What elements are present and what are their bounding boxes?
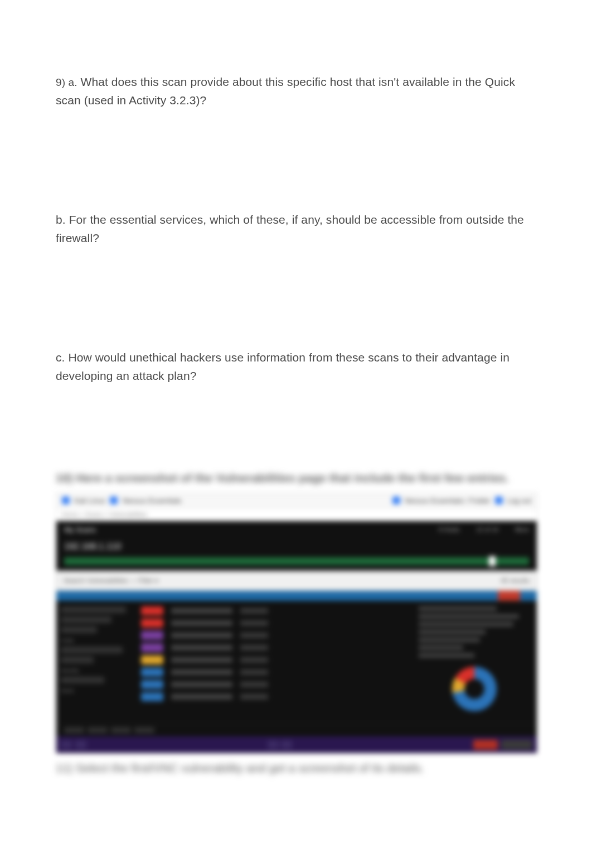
tab-meta-count: 12 of 14	[476, 526, 498, 533]
question-9a-text: What does this scan provide about this s…	[56, 75, 515, 107]
question-9c: c. How would unethical hackers use infor…	[56, 349, 536, 385]
progress-handle[interactable]	[489, 556, 496, 566]
question-9a-number: 9) a.	[56, 76, 77, 88]
user-icon	[495, 496, 503, 504]
severity-badge-info	[141, 680, 163, 689]
host-details-heading	[419, 606, 497, 611]
taskbar-clock	[501, 740, 532, 750]
scan-progress-bar	[64, 557, 529, 565]
answer-space-9b	[56, 259, 536, 337]
taskbar-button[interactable]	[75, 740, 86, 749]
host-header: 192.168.1.110	[56, 538, 537, 555]
scan-progress-row	[56, 555, 537, 571]
vulnerability-table	[138, 601, 412, 724]
answer-space-9c	[56, 397, 536, 469]
severity-badge-critical	[141, 606, 163, 615]
answer-space-9a	[56, 121, 536, 199]
vulnerability-screenshot: Kali Linux Nessus Essentials Nessus Esse…	[56, 493, 537, 754]
tab-meta-hosts: 6 Hosts	[439, 526, 459, 533]
side-histogram: Hosts Severity Score	[56, 601, 138, 724]
severity-donut-chart	[452, 667, 497, 711]
logout-link[interactable]: Log out	[507, 496, 531, 505]
severity-badge-info	[141, 668, 163, 677]
tab-meta-more[interactable]: More	[515, 526, 529, 533]
footer-strip	[56, 724, 537, 736]
severity-badge-high	[141, 643, 163, 652]
severity-badge-info	[141, 692, 163, 701]
severity-badge-critical	[141, 619, 163, 628]
taskbar-button[interactable]	[61, 740, 72, 749]
question-9b: b. For the essential services, which of …	[56, 211, 536, 247]
severity-critical-segment	[498, 591, 520, 601]
blurred-caption-11: 11) Select the first/VNC vulnerability a…	[56, 761, 536, 775]
filter-input[interactable]: Search Vulnerabilities — Filter ▾	[64, 577, 158, 585]
table-row[interactable]	[141, 668, 409, 677]
scan-tabbar: My Scans 6 Hosts 12 of 14 More	[56, 521, 537, 538]
severity-badge-high	[141, 631, 163, 640]
question-9a: 9) a. What does this scan provide about …	[56, 73, 536, 109]
table-row[interactable]	[141, 631, 409, 640]
table-row[interactable]	[141, 680, 409, 689]
filter-bar: Search Vulnerabilities — Filter ▾ 45 res…	[56, 571, 537, 591]
taskbar-button[interactable]	[281, 740, 292, 749]
severity-summary-bar	[56, 591, 537, 601]
app-icon	[62, 496, 70, 504]
app-name-left: Kali Linux	[74, 496, 105, 505]
brand-icon	[392, 496, 400, 504]
tab-my-scans[interactable]: My Scans	[64, 525, 96, 534]
host-details-panel	[412, 601, 537, 724]
donut-label	[419, 653, 474, 658]
severity-badge-medium	[141, 655, 163, 664]
table-row[interactable]	[141, 643, 409, 652]
tab-title: Nessus Essentials	[122, 496, 181, 505]
table-row[interactable]	[141, 655, 409, 664]
host-ip: 192.168.1.110	[64, 542, 121, 551]
os-taskbar	[56, 736, 537, 753]
browser-titlebar: Kali Linux Nessus Essentials Nessus Esse…	[56, 493, 537, 509]
side-label-1: Severity	[61, 668, 133, 673]
side-label-0: Hosts	[61, 638, 133, 643]
taskbar-button[interactable]	[268, 740, 279, 749]
side-label-2: Score	[61, 688, 133, 693]
table-row[interactable]	[141, 692, 409, 701]
table-row[interactable]	[141, 619, 409, 628]
tab-icon	[110, 496, 118, 504]
filter-count: 45 results	[501, 577, 530, 585]
taskbar-record-indicator[interactable]	[473, 740, 498, 750]
breadcrumb[interactable]: Home > Scans > Vulnerabilities	[56, 509, 537, 521]
table-row[interactable]	[141, 606, 409, 615]
blurred-caption-10: 10) Here a screenshot of the Vulnerabili…	[56, 469, 536, 487]
brand-label: Nessus Essentials / Folder	[405, 496, 491, 505]
